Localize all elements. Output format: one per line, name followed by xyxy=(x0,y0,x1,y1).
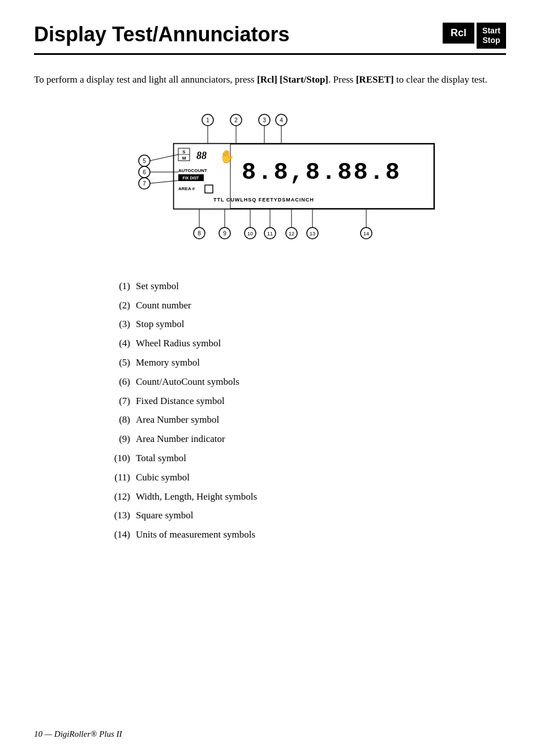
page-title: Display Test/Annunciators xyxy=(34,23,289,46)
list-item: (3) Stop symbol xyxy=(102,317,506,331)
header-buttons: Rcl Start Stop xyxy=(443,23,506,49)
svg-text:88: 88 xyxy=(196,150,207,161)
list-item: (1) Set symbol xyxy=(102,280,506,293)
intro-text: To perform a display test and light all … xyxy=(34,72,506,87)
svg-text:6: 6 xyxy=(143,169,146,175)
svg-text:TTL CUWLHSQ FEETYDSMACINCH: TTL CUWLHSQ FEETYDSMACINCH xyxy=(213,197,314,203)
list-item: (2) Count number xyxy=(102,299,506,312)
svg-text:5: 5 xyxy=(143,158,146,164)
list-item: (12) Width, Length, Height symbols xyxy=(102,490,506,504)
display-diagram: S M 88 ✋ AUTOCOUNT FIX DIST AREA # 8.8,8… xyxy=(95,104,445,257)
svg-text:4: 4 xyxy=(280,117,283,123)
list-item: (13) Square symbol xyxy=(102,509,506,522)
page-header: Display Test/Annunciators Rcl Start Stop xyxy=(34,23,506,55)
list-item: (10) Total symbol xyxy=(102,452,506,465)
items-list: (1) Set symbol (2) Count number (3) Stop… xyxy=(34,280,506,542)
list-item: (14) Units of measurement symbols xyxy=(102,528,506,542)
svg-text:8.8,8.88.8: 8.8,8.88.8 xyxy=(242,159,401,186)
svg-text:S: S xyxy=(182,149,186,154)
svg-text:14: 14 xyxy=(363,231,369,237)
rcl-button[interactable]: Rcl xyxy=(443,23,474,44)
svg-text:✋: ✋ xyxy=(219,149,235,164)
svg-text:11: 11 xyxy=(267,231,273,237)
svg-text:8: 8 xyxy=(198,230,201,237)
svg-text:AREA #: AREA # xyxy=(178,186,195,191)
svg-text:2: 2 xyxy=(234,117,238,123)
svg-text:10: 10 xyxy=(247,231,253,237)
svg-text:12: 12 xyxy=(289,231,294,237)
svg-text:M: M xyxy=(182,156,186,161)
svg-text:7: 7 xyxy=(143,181,146,187)
svg-text:13: 13 xyxy=(310,231,315,237)
list-item: (7) Fixed Distance symbol xyxy=(102,394,506,408)
diagram-container: S M 88 ✋ AUTOCOUNT FIX DIST AREA # 8.8,8… xyxy=(34,104,506,257)
svg-text:AUTOCOUNT: AUTOCOUNT xyxy=(178,168,207,173)
svg-text:FIX DIST: FIX DIST xyxy=(183,176,200,180)
svg-rect-12 xyxy=(205,185,213,193)
list-item: (6) Count/AutoCount symbols xyxy=(102,375,506,389)
svg-text:9: 9 xyxy=(223,230,226,237)
list-item: (11) Cubic symbol xyxy=(102,471,506,484)
list-item: (8) Area Number symbol xyxy=(102,413,506,427)
list-item: (4) Wheel Radius symbol xyxy=(102,337,506,350)
start-stop-button[interactable]: Start Stop xyxy=(477,23,506,49)
list-item: (9) Area Number indicator xyxy=(102,432,506,446)
svg-text:1: 1 xyxy=(206,117,209,123)
svg-text:3: 3 xyxy=(263,117,266,123)
footer: 10 — DigiRoller® Plus II xyxy=(34,729,122,739)
list-item: (5) Memory symbol xyxy=(102,356,506,370)
